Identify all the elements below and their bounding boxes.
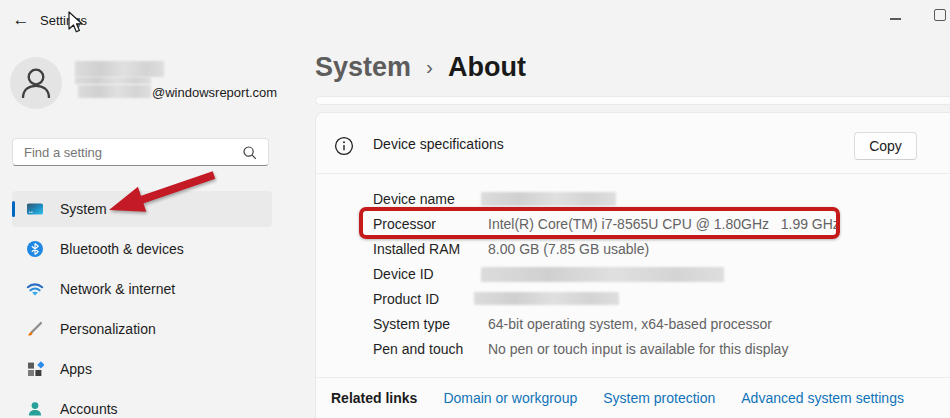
device-specifications-header[interactable]: Device specifications Copy xyxy=(316,113,950,173)
spec-value: 64-bit operating system, x64-based proce… xyxy=(488,312,950,337)
spec-label: Device ID xyxy=(373,262,488,287)
sidebar-item-label: Bluetooth & devices xyxy=(60,241,184,257)
account-area[interactable]: @windowsreport.com xyxy=(10,57,280,113)
redacted-product-id xyxy=(474,292,619,305)
redacted-device-name xyxy=(481,192,616,206)
search-box[interactable] xyxy=(12,138,269,166)
device-specifications-card: Device specifications Copy Device name P… xyxy=(315,112,950,418)
personalization-icon xyxy=(26,320,44,338)
related-links-row: Related links Domain or workgroup System… xyxy=(331,390,904,406)
sidebar-item-label: Personalization xyxy=(60,321,156,337)
sidebar-item-network-internet[interactable]: Network & internet xyxy=(12,271,272,307)
link-system-protection[interactable]: System protection xyxy=(603,390,715,406)
person-icon xyxy=(10,57,62,109)
spec-row-product-id: Product ID xyxy=(373,287,950,312)
search-input[interactable] xyxy=(24,139,239,165)
bluetooth-icon xyxy=(26,240,44,258)
spec-label: Product ID xyxy=(373,287,488,312)
system-icon xyxy=(26,200,44,218)
spec-row-installed-ram: Installed RAM 8.00 GB (7.85 GB usable) xyxy=(373,237,950,262)
magnifier-icon xyxy=(242,145,258,161)
spec-label: Processor xyxy=(373,212,488,237)
related-links-label: Related links xyxy=(331,390,417,406)
accounts-icon xyxy=(26,400,44,418)
breadcrumb: System › About xyxy=(315,52,526,83)
spec-row-pen-touch: Pen and touch No pen or touch input is a… xyxy=(373,337,950,362)
spec-label: Installed RAM xyxy=(373,237,488,262)
spec-row-device-name: Device name xyxy=(373,187,950,212)
link-domain-or-workgroup[interactable]: Domain or workgroup xyxy=(443,390,577,406)
sidebar-item-system[interactable]: System xyxy=(12,191,272,227)
redacted-email-prefix xyxy=(78,85,151,98)
spec-row-system-type: System type 64-bit operating system, x64… xyxy=(373,312,950,337)
sidebar-item-label: Accounts xyxy=(60,401,118,417)
back-button[interactable]: ← xyxy=(9,8,33,32)
maximize-icon[interactable] xyxy=(934,9,946,21)
selected-indicator xyxy=(12,201,15,217)
network-icon xyxy=(26,280,44,298)
sidebar-item-personalization[interactable]: Personalization xyxy=(12,311,272,347)
sidebar-item-apps[interactable]: Apps xyxy=(12,351,272,387)
link-advanced-system-settings[interactable]: Advanced system settings xyxy=(741,390,904,406)
spec-value: 8.00 GB (7.85 GB usable) xyxy=(488,237,950,262)
spec-label: Pen and touch xyxy=(373,337,488,362)
spec-value: No pen or touch input is available for t… xyxy=(488,337,950,362)
info-icon xyxy=(334,136,354,156)
avatar xyxy=(10,57,62,109)
spec-row-device-id: Device ID xyxy=(373,262,950,287)
email-domain: @windowsreport.com xyxy=(152,85,277,100)
sidebar-item-accounts[interactable]: Accounts xyxy=(12,391,272,418)
previous-card-edge xyxy=(315,96,950,105)
spec-label: System type xyxy=(373,312,488,337)
divider xyxy=(316,377,950,378)
spec-value: Intel(R) Core(TM) i7-8565U CPU @ 1.80GHz… xyxy=(488,212,950,237)
redacted-user-name xyxy=(75,61,164,77)
apps-icon xyxy=(26,360,44,378)
card-title: Device specifications xyxy=(373,136,504,152)
sidebar-item-bluetooth-devices[interactable]: Bluetooth & devices xyxy=(12,231,272,267)
spec-label: Device name xyxy=(373,187,488,212)
redacted-user-name-2 xyxy=(75,77,151,84)
page-title: About xyxy=(448,52,526,83)
redacted-device-id xyxy=(481,267,724,282)
mouse-cursor xyxy=(68,11,86,35)
minimize-icon[interactable] xyxy=(890,18,901,20)
breadcrumb-parent[interactable]: System xyxy=(315,52,411,83)
divider xyxy=(316,173,950,174)
sidebar-item-label: System xyxy=(60,201,107,217)
sidebar-item-label: Apps xyxy=(60,361,92,377)
chevron-right-icon: › xyxy=(426,55,433,79)
settings-window: ← Settings @windowsreport.com xyxy=(0,0,950,418)
spec-row-processor: Processor Intel(R) Core(TM) i7-8565U CPU… xyxy=(373,212,950,237)
copy-button[interactable]: Copy xyxy=(854,132,917,160)
sidebar-item-label: Network & internet xyxy=(60,281,175,297)
